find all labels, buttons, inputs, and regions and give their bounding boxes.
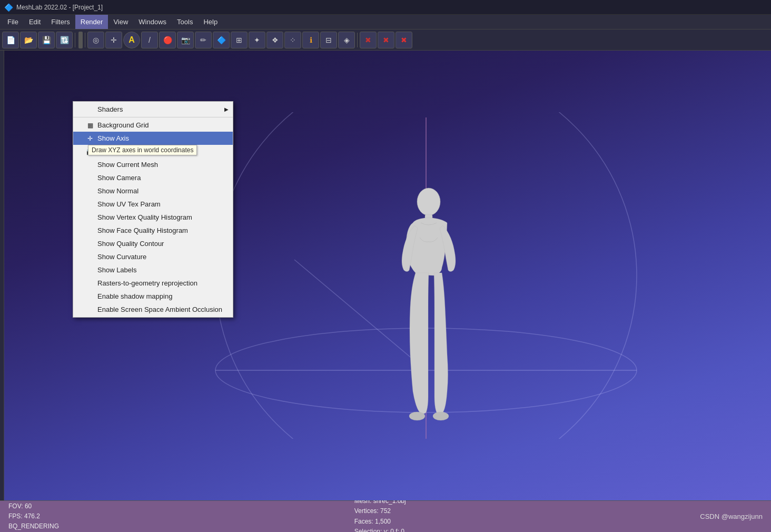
brand-text: CSDN @wangzijunn [700,513,763,520]
menu-separator-1 [73,117,233,117]
toolbar-new[interactable]: 📄 [2,32,19,48]
fov-stat: FOV: 60 [8,501,354,511]
show-curvature-label: Show Curvature [97,253,146,261]
3d-scene [189,112,663,439]
ssao-label: Enable Screen Space Ambient Occlusion [97,306,222,313]
statusbar: FOV: 60 FPS: 476.2 BQ_RENDERING Mesh: sh… [0,500,771,532]
toolbar-sep-1 [75,33,75,47]
menu-item-show-current-mesh[interactable]: Show Current Mesh [73,158,233,171]
toolbar-move[interactable]: ✛ [105,32,122,48]
show-labels-label: Show Labels [97,266,136,274]
toolbar-xmark2[interactable]: ✖ [378,32,394,48]
menu-item-vertex-quality-histogram[interactable]: Show Vertex Quality Histogram [73,211,233,224]
menu-item-show-curvature[interactable]: Show Curvature [73,250,233,263]
show-camera-label: Show Camera [97,174,141,182]
menu-view[interactable]: View [108,15,133,29]
menu-item-ssao[interactable]: Enable Screen Space Ambient Occlusion [73,303,233,316]
toolbar-save[interactable]: 💾 [38,32,55,48]
menu-item-face-quality-histogram[interactable]: Show Face Quality Histogram [73,224,233,237]
title-icon: 🔷 [4,3,13,12]
left-stats: FOV: 60 FPS: 476.2 BQ_RENDERING [8,501,354,532]
menu-item-show-normal[interactable]: Show Normal [73,184,233,198]
selection-stat: Selection: v: 0 f: 0 [354,527,700,532]
toolbar-diamond[interactable]: ◈ [338,32,355,48]
background-grid-icon: ▦ [86,122,94,129]
snapshot-icon: 📷 [86,148,94,155]
toolbar-zoom[interactable]: A [123,32,140,48]
menu-filters[interactable]: Filters [46,15,75,29]
menu-item-show-axis[interactable]: ✛ Show Axis [73,132,233,145]
toolbar-xmark1[interactable]: ✖ [360,32,377,48]
menu-item-snapshot[interactable]: 📷 Sh Draw XYZ axes in world coordinates [73,145,233,158]
titlebar: 🔷 MeshLab 2022.02 - [Project_1] [0,0,771,15]
toolbar-red1[interactable]: 🔷 [213,32,230,48]
fps-stat: FPS: 476.2 [8,511,354,521]
vertices-stat: Vertices: 752 [354,506,700,516]
right-stats: Mesh: shrec_1.obj Vertices: 752 Faces: 1… [354,496,700,532]
toolbar-scrollbar[interactable] [78,32,83,48]
viewport[interactable]: Shaders ▦ Background Grid ✛ Show Axis 📷 … [4,51,771,500]
menu-item-rasters[interactable]: Rasters-to-geometry reprojection [73,277,233,290]
toolbar-cube[interactable]: ❖ [266,32,283,48]
vertex-quality-label: Show Vertex Quality Histogram [97,213,192,221]
toolbar-paint[interactable]: 🔴 [159,32,176,48]
svg-rect-6 [425,214,432,224]
toolbar-sep-3 [357,33,358,47]
toolbar: 📄 📂 💾 🔃 ◎ ✛ A / 🔴 📷 ✏ 🔷 ⊞ ✦ ❖ ⁘ ℹ ⊟ ◈ ✖ … [0,29,771,51]
toolbar-xmark3[interactable]: ✖ [396,32,412,48]
svg-point-7 [409,412,425,420]
faces-stat: Faces: 1,500 [354,517,700,527]
menu-item-shaders[interactable]: Shaders [73,103,233,116]
toolbar-net[interactable]: ⊞ [231,32,248,48]
toolbar-trackball[interactable]: ◎ [87,32,104,48]
toolbar-scatter[interactable]: ⁘ [284,32,301,48]
show-current-mesh-label: Show Current Mesh [97,161,158,169]
shadow-mapping-label: Enable shadow mapping [97,292,172,300]
menu-item-show-camera[interactable]: Show Camera [73,171,233,184]
toolbar-reload[interactable]: 🔃 [56,32,73,48]
menubar: File Edit Filters Render View Windows To… [0,15,771,29]
render-menu: Shaders ▦ Background Grid ✛ Show Axis 📷 … [73,101,233,318]
menu-edit[interactable]: Edit [24,15,46,29]
shaders-label: Shaders [97,105,123,113]
svg-point-1 [215,328,637,412]
menu-windows[interactable]: Windows [133,15,172,29]
background-grid-label: Background Grid [97,121,149,129]
svg-point-8 [433,412,449,420]
show-normal-label: Show Normal [97,187,139,195]
toolbar-snapshot[interactable]: 📷 [177,32,194,48]
svg-point-0 [215,112,637,439]
toolbar-info[interactable]: ℹ [302,32,319,48]
menu-item-show-uv[interactable]: Show UV Tex Param [73,198,233,211]
show-uv-label: Show UV Tex Param [97,200,161,208]
svg-point-5 [417,188,440,215]
render-mode-stat: BQ_RENDERING [8,521,354,531]
quality-contour-label: Show Quality Contour [97,240,164,248]
menu-item-show-labels[interactable]: Show Labels [73,263,233,277]
toolbar-star[interactable]: ✦ [249,32,265,48]
snapshot-label: Sh [97,147,106,155]
menu-render[interactable]: Render [75,15,108,29]
title-text: MeshLab 2022.02 - [Project_1] [16,4,103,11]
toolbar-sep-2 [85,33,85,47]
menu-file[interactable]: File [2,15,24,29]
show-axis-label: Show Axis [97,134,129,142]
main-area: Shaders ▦ Background Grid ✛ Show Axis 📷 … [0,51,771,500]
toolbar-open[interactable]: 📂 [20,32,37,48]
toolbar-slash[interactable]: / [141,32,158,48]
svg-line-4 [294,260,426,370]
menu-tools[interactable]: Tools [172,15,198,29]
menu-item-background-grid[interactable]: ▦ Background Grid [73,119,233,132]
rasters-label: Rasters-to-geometry reprojection [97,279,197,287]
show-axis-icon: ✛ [86,135,94,142]
menu-help[interactable]: Help [198,15,223,29]
left-panel [0,51,4,500]
menu-item-quality-contour[interactable]: Show Quality Contour [73,237,233,250]
toolbar-grid[interactable]: ⊟ [320,32,337,48]
toolbar-brush[interactable]: ✏ [195,32,212,48]
menu-item-shadow-mapping[interactable]: Enable shadow mapping [73,290,233,303]
face-quality-label: Show Face Quality Histogram [97,226,188,234]
